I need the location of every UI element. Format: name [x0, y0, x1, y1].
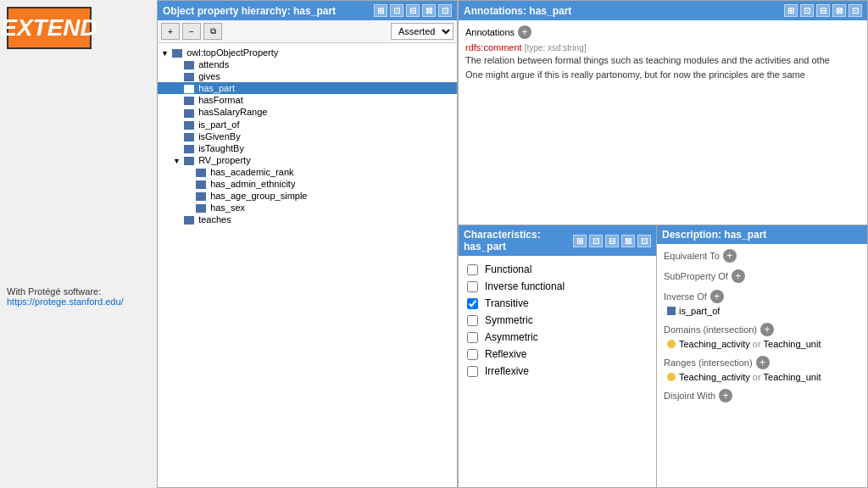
- icon-3[interactable]: ⊟: [406, 4, 420, 17]
- add-annotation-button[interactable]: +: [518, 25, 531, 39]
- property-icon: [184, 97, 194, 105]
- ann-icon-3[interactable]: ⊟: [816, 4, 830, 17]
- add-equivalent-button[interactable]: +: [723, 249, 737, 263]
- property-icon: [184, 216, 194, 225]
- ann-icon-5[interactable]: ⊡: [849, 4, 862, 17]
- reflexive-checkbox[interactable]: [467, 349, 478, 360]
- tree-item-istaughtby[interactable]: isTaughtBy: [158, 142, 457, 154]
- add-property-button[interactable]: +: [161, 23, 180, 40]
- arrow-icon: ▼: [173, 157, 181, 165]
- characteristics-title: Characteristics: has_part: [464, 229, 573, 252]
- inverse-of-label: Inverse Of: [664, 291, 707, 302]
- property-icon: [184, 109, 194, 118]
- tree-item-rv-property[interactable]: ▼ RV_property: [158, 154, 457, 166]
- symmetric-checkbox[interactable]: [467, 315, 478, 326]
- tree-item-has-sex[interactable]: has_sex: [158, 202, 457, 214]
- disjoint-with-header: Disjoint With +: [664, 389, 860, 402]
- property-icon: [196, 204, 206, 213]
- functional-label: Functional: [485, 263, 531, 275]
- ann-icon-1[interactable]: ⊞: [784, 4, 798, 17]
- tree-item-has-age-group-simple[interactable]: has_age_group_simple: [158, 190, 457, 202]
- ranges-label: Ranges (intersection): [664, 358, 753, 368]
- add-inverse-button[interactable]: +: [710, 290, 724, 303]
- ranges-section: Ranges (intersection) + Teaching_activit…: [664, 356, 860, 382]
- domains-value: Teaching_activity or Teaching_unit: [667, 339, 860, 349]
- tree-item-has-admin-ethnicity[interactable]: has_admin_ethnicity: [158, 178, 457, 190]
- protege-label: With Protégé software:: [7, 286, 150, 297]
- tree-item-has-academic-rank[interactable]: has_academic_rank: [158, 166, 457, 178]
- annotations-panel: Annotations: has_part ⊞ ⊡ ⊟ ⊠ ⊡ Annotati…: [458, 0, 868, 225]
- tree-label: attends: [198, 59, 229, 69]
- property-icon: [184, 73, 194, 81]
- add-subproperty-button[interactable]: +: [732, 269, 745, 283]
- char-irreflexive: Irreflexive: [467, 363, 648, 380]
- remove-property-button[interactable]: −: [182, 23, 201, 40]
- range-or: or: [753, 372, 761, 382]
- tree-item-hasformat[interactable]: hasFormat: [158, 94, 457, 106]
- description-title: Description: has_part: [662, 229, 766, 241]
- domain-value-2: Teaching_unit: [764, 339, 821, 349]
- add-disjoint-button[interactable]: +: [719, 389, 732, 402]
- icon-2[interactable]: ⊡: [390, 4, 403, 17]
- tree-item-owl-top[interactable]: ▼ owl:topObjectProperty: [158, 47, 457, 58]
- char-header-icons: ⊞ ⊡ ⊟ ⊠ ⊡: [573, 235, 651, 247]
- char-icon-3[interactable]: ⊟: [605, 235, 619, 247]
- domain-or: or: [753, 339, 761, 349]
- char-asymmetric: Asymmetric: [467, 329, 648, 346]
- ann-icon-4[interactable]: ⊠: [832, 4, 846, 17]
- irreflexive-checkbox[interactable]: [467, 366, 478, 377]
- property-icon: [172, 49, 182, 58]
- asymmetric-checkbox[interactable]: [467, 332, 478, 343]
- tree-label: RV_property: [198, 155, 251, 165]
- property-icon: [184, 157, 194, 165]
- icon-4[interactable]: ⊠: [422, 4, 436, 17]
- functional-checkbox[interactable]: [467, 264, 478, 275]
- tree-label: isGivenBy: [198, 131, 241, 141]
- copy-property-button[interactable]: ⧉: [203, 23, 222, 40]
- arrow-icon: ▼: [161, 49, 170, 58]
- transitive-checkbox[interactable]: [467, 298, 478, 309]
- add-domain-button[interactable]: +: [760, 323, 774, 336]
- tree-item-has-part[interactable]: has_part: [158, 82, 457, 94]
- char-icon-5[interactable]: ⊡: [637, 235, 651, 247]
- tree-label: hasFormat: [198, 95, 243, 105]
- property-icon: [184, 61, 194, 69]
- tree-item-is-part-of[interactable]: is_part_of: [158, 119, 457, 130]
- tree-item-teaches[interactable]: teaches: [158, 214, 457, 225]
- description-panel: Description: has_part Equivalent To + Su…: [657, 225, 868, 488]
- range-value-2: Teaching_unit: [764, 372, 821, 382]
- equivalent-to-section: Equivalent To +: [664, 249, 860, 263]
- inverse-of-header: Inverse Of +: [664, 290, 860, 303]
- icon-1[interactable]: ⊞: [374, 4, 387, 17]
- bottom-panels: Characteristics: has_part ⊞ ⊡ ⊟ ⊠ ⊡ Func…: [458, 225, 868, 488]
- header-icons: ⊞ ⊡ ⊟ ⊠ ⊡: [374, 4, 452, 17]
- object-property-header: Object property hierarchy: has_part ⊞ ⊡ …: [158, 1, 457, 20]
- rdfs-comment-label: rdfs:comment: [465, 42, 522, 53]
- asserted-select[interactable]: Asserted: [391, 23, 453, 40]
- annotations-section-label: Annotations: [465, 27, 515, 37]
- char-icon-2[interactable]: ⊡: [589, 235, 603, 247]
- tree-label: has_admin_ethnicity: [210, 179, 295, 189]
- ann-icon-2[interactable]: ⊡: [800, 4, 814, 17]
- tree-item-hassalaryrange[interactable]: hasSalaryRange: [158, 106, 457, 118]
- tree-item-gives[interactable]: gives: [158, 70, 457, 82]
- char-icon-4[interactable]: ⊠: [621, 235, 635, 247]
- char-transitive: Transitive: [467, 295, 648, 312]
- annotations-header-icons: ⊞ ⊡ ⊟ ⊠ ⊡: [784, 4, 862, 17]
- tree-item-isgivenby[interactable]: isGivenBy: [158, 130, 457, 142]
- tree-label: has_academic_rank: [210, 167, 293, 177]
- rdfs-type-label: [type: xsd:string]: [525, 43, 587, 53]
- char-icon-1[interactable]: ⊞: [573, 235, 587, 247]
- protege-link[interactable]: https://protege.stanford.edu/: [7, 297, 124, 307]
- asymmetric-label: Asymmetric: [485, 331, 538, 343]
- description-content: Equivalent To + SubProperty Of + Inverse…: [657, 244, 867, 414]
- property-icon: [196, 169, 206, 177]
- reflexive-label: Reflexive: [485, 348, 526, 360]
- sub-property-section: SubProperty Of +: [664, 269, 860, 283]
- tree-item-attends[interactable]: attends: [158, 58, 457, 70]
- property-icon: [196, 192, 206, 201]
- add-range-button[interactable]: +: [756, 356, 770, 369]
- icon-5[interactable]: ⊡: [438, 4, 452, 17]
- inverse-functional-checkbox[interactable]: [467, 281, 478, 292]
- ranges-value: Teaching_activity or Teaching_unit: [667, 372, 860, 382]
